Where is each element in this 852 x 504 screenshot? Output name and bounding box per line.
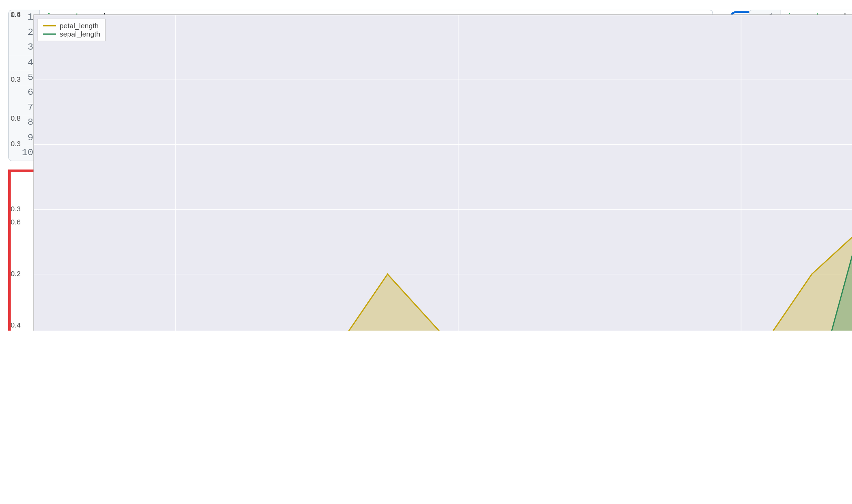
diff-view: 1import seaborn as sns2import matplotlib… — [8, 10, 852, 331]
plot-right: petal_lengthsepal_length0.00.10.10.10.20… — [749, 184, 852, 331]
y-tick-label: 0.3 — [11, 75, 21, 83]
legend-label: sepal_length — [60, 30, 100, 38]
legend-label: petal_length — [60, 22, 99, 30]
plot-legend: petal_lengthsepal_length — [38, 19, 106, 41]
y-tick-label: 0.8 — [11, 114, 21, 122]
y-tick-label: 0.3 — [11, 140, 21, 148]
y-tick-label: 0.6 — [11, 218, 21, 226]
y-tick-label: 0.4 — [11, 321, 21, 330]
y-tick-label: 0.3 — [11, 204, 21, 213]
y-tick-label: 0.2 — [11, 269, 21, 278]
diff-right-column: 1import seaborn as sns2import matplotlib… — [749, 10, 852, 331]
y-tick-label: 0.4 — [11, 10, 21, 19]
